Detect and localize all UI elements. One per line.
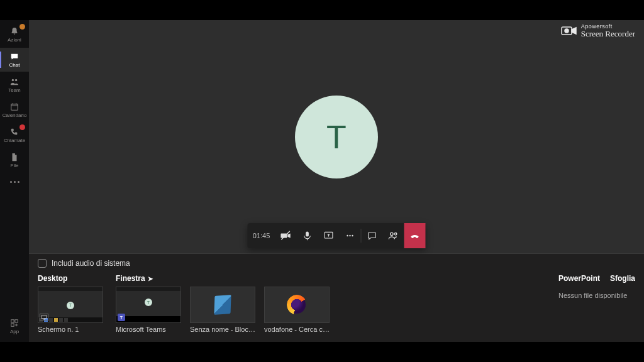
svg-point-17 (391, 233, 394, 236)
share-window-teams[interactable]: T T Microsoft Teams (116, 287, 181, 333)
file-icon (9, 152, 19, 162)
mic-toggle[interactable] (297, 223, 318, 248)
svg-point-16 (352, 235, 353, 236)
share-screen-1[interactable]: T Schermo n. 1 (38, 287, 103, 333)
teams-icon: T (118, 314, 125, 321)
powerpoint-section: PowerPoint Sfoglia Nessun file disponibi… (558, 274, 635, 299)
nav-label: App (10, 329, 19, 334)
video-stage: T 01:45 (29, 20, 644, 254)
svg-rect-12 (306, 232, 309, 237)
nav-file[interactable]: File (0, 148, 29, 172)
svg-point-15 (349, 235, 350, 236)
svg-rect-2 (11, 104, 18, 111)
avatar-initial: T (326, 118, 347, 156)
nav-chiamate[interactable]: Chiamate (0, 123, 29, 147)
nav-label: Calendario (3, 113, 27, 118)
nav-label: Azioni (8, 38, 21, 43)
participants-button[interactable] (383, 223, 404, 248)
checkbox-label: Includi audio di sistema (52, 259, 130, 268)
nav-label: Chiamate (4, 138, 25, 143)
monitor-icon (40, 314, 48, 321)
browse-button[interactable]: Sfoglia (610, 274, 635, 283)
left-rail: Azioni Chat Team Calendario Chiam (0, 20, 29, 342)
share-screen-button[interactable] (318, 223, 340, 248)
hangup-button[interactable] (404, 223, 426, 248)
main-area: Apowersoft Screen Recorder T 01:45 (29, 20, 644, 342)
svg-point-18 (394, 233, 397, 236)
bell-icon (9, 26, 19, 36)
phone-icon (9, 127, 19, 137)
chat-panel-button[interactable] (362, 223, 383, 248)
apps-icon (9, 318, 19, 328)
call-toolbar: 01:45 (248, 223, 426, 248)
nav-calendario[interactable]: Calendario (0, 98, 29, 122)
camera-toggle[interactable] (275, 223, 297, 248)
svg-point-1 (15, 79, 18, 82)
svg-rect-19 (42, 315, 47, 319)
team-icon (9, 77, 19, 87)
participant-avatar: T (295, 96, 378, 178)
nav-azioni[interactable]: Azioni (0, 23, 29, 47)
thumb-label: Microsoft Teams (116, 326, 181, 333)
nav-team[interactable]: Team (0, 73, 29, 97)
svg-rect-6 (11, 320, 14, 322)
thumb-label: Senza nome - Blocco not… (190, 326, 255, 333)
notification-badge (19, 124, 25, 130)
section-header-desktop: Desktop (38, 274, 103, 283)
call-timer: 01:45 (248, 223, 275, 248)
checkbox-box (38, 259, 47, 268)
svg-point-0 (12, 79, 14, 82)
nav-app[interactable]: App (0, 314, 29, 338)
more-actions-button[interactable] (340, 223, 361, 248)
nav-label: Chat (9, 63, 20, 68)
finestra-section: Finestra➤ T T M (116, 274, 330, 333)
section-header-powerpoint: PowerPoint (558, 274, 600, 283)
share-window-firefox[interactable]: vodafone - Cerca con Go… (264, 287, 330, 333)
section-header-finestra: Finestra➤ (116, 274, 330, 283)
desktop-section: Desktop T (38, 274, 103, 333)
notepad-icon (214, 295, 231, 315)
share-window-notepad[interactable]: Senza nome - Blocco not… (190, 287, 255, 333)
include-system-audio-checkbox[interactable]: Includi audio di sistema (38, 259, 635, 268)
svg-rect-7 (15, 320, 18, 322)
svg-point-14 (347, 235, 348, 236)
svg-rect-8 (11, 324, 14, 326)
nav-more[interactable] (0, 173, 29, 190)
nav-chat[interactable]: Chat (0, 48, 29, 72)
notification-badge (19, 24, 25, 30)
nav-label: Team (8, 88, 21, 93)
calendar-icon (9, 102, 19, 112)
chat-icon (9, 52, 19, 62)
teams-app: Azioni Chat Team Calendario Chiam (0, 20, 644, 342)
share-tray: Includi audio di sistema Desktop T (29, 254, 644, 342)
cursor-icon: ➤ (148, 275, 153, 282)
firefox-icon (288, 296, 306, 314)
thumb-label: vodafone - Cerca con Go… (264, 326, 330, 333)
thumb-label: Schermo n. 1 (38, 326, 103, 333)
nav-label: File (11, 163, 19, 168)
no-file-message: Nessun file disponibile (558, 292, 635, 299)
